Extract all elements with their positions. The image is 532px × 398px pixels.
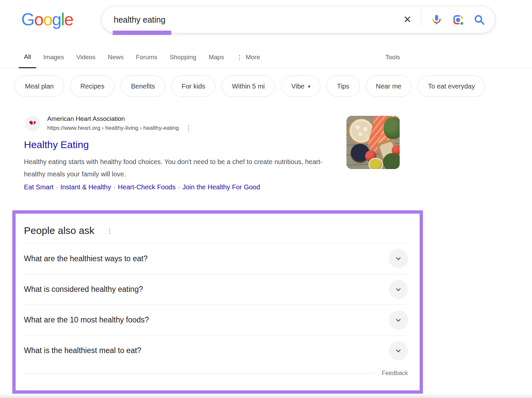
more-icon: ⋮ xyxy=(236,54,243,61)
chip-label: Benefits xyxy=(131,83,155,90)
paa-question-text: What is the healthiest meal to eat? xyxy=(24,346,141,355)
result-title-link[interactable]: Healthy Eating xyxy=(24,139,89,150)
sitelink-instant-healthy[interactable]: Instant & Healthy xyxy=(61,183,111,191)
chip-label: Near me xyxy=(376,83,402,90)
tab-label: Images xyxy=(43,54,64,61)
tab-news[interactable]: News xyxy=(108,46,124,68)
chevron-down-icon xyxy=(394,346,403,355)
chip-for-kids[interactable]: For kids xyxy=(171,76,215,97)
thumbnail-broccoli xyxy=(384,117,400,139)
tab-label: News xyxy=(108,54,124,61)
search-bar-icons: ✕ xyxy=(403,12,485,27)
sitelink-separator: · xyxy=(178,183,180,191)
tab-forums[interactable]: Forums xyxy=(136,46,157,68)
expand-question-button[interactable] xyxy=(389,310,408,330)
google-search-results-page: Google healthy eating ✕ xyxy=(0,0,532,398)
clear-icon[interactable]: ✕ xyxy=(403,15,412,25)
chip-label: To eat everyday xyxy=(428,83,475,90)
tab-label: More xyxy=(246,54,260,61)
search-result: ❤ American Heart Association https://www… xyxy=(24,115,343,191)
tab-shopping[interactable]: Shopping xyxy=(170,46,196,68)
feedback-link[interactable]: Feedback xyxy=(382,370,408,377)
expand-question-button[interactable] xyxy=(389,280,408,299)
aha-favicon-icon: ❤ xyxy=(25,116,40,131)
thumbnail-beans xyxy=(352,121,371,141)
results-tab-bar: All Images Videos News Forums Shopping M… xyxy=(0,46,532,68)
search-input[interactable]: healthy eating xyxy=(114,15,403,25)
tabs: All Images Videos News Forums Shopping M… xyxy=(24,46,260,68)
chevron-down-icon xyxy=(394,285,403,294)
thumbnail-olive-oil xyxy=(368,158,383,169)
thumbnail-avocado xyxy=(383,153,400,169)
chip-benefits[interactable]: Benefits xyxy=(121,76,165,97)
mic-icon[interactable] xyxy=(431,14,443,26)
chip-recipes[interactable]: Recipes xyxy=(70,76,115,97)
paa-question-text: What is considered healthy eating? xyxy=(24,285,143,294)
chip-label: Recipes xyxy=(80,83,104,90)
page-bottom-gradient xyxy=(0,394,532,398)
tab-label: Videos xyxy=(76,54,95,61)
result-thumbnail[interactable] xyxy=(346,116,400,169)
paa-menu-icon[interactable]: ⋮ xyxy=(106,227,113,235)
paa-question-row[interactable]: What are the healthiest ways to eat? xyxy=(24,243,408,274)
logo-letter: o xyxy=(34,10,43,29)
tab-label: Shopping xyxy=(170,54,196,61)
sitelink-heart-check-foods[interactable]: Heart-Check Foods xyxy=(118,183,176,191)
result-menu-icon[interactable]: ⋮ xyxy=(186,124,192,132)
logo-letter: o xyxy=(43,10,52,29)
people-also-ask-title: People also ask xyxy=(24,225,94,236)
chevron-down-icon xyxy=(394,254,403,263)
tab-label: Maps xyxy=(208,54,224,61)
logo-letter: g xyxy=(52,10,61,29)
annotation-query-underline xyxy=(113,31,171,35)
chip-meal-plan[interactable]: Meal plan xyxy=(15,76,64,97)
people-also-ask-section: People also ask ⋮ What are the healthies… xyxy=(12,210,423,394)
sitelink-join-healthy-for-good[interactable]: Join the Healthy For Good xyxy=(183,183,260,191)
paa-question-row[interactable]: What is the healthiest meal to eat? xyxy=(24,335,408,366)
google-logo[interactable]: Google xyxy=(21,9,73,29)
result-url[interactable]: https://www.heart.org › healthy-living ›… xyxy=(47,125,179,131)
chip-label: Meal plan xyxy=(25,83,54,90)
tab-images[interactable]: Images xyxy=(43,46,64,68)
tab-maps[interactable]: Maps xyxy=(208,46,224,68)
tab-videos[interactable]: Videos xyxy=(76,46,95,68)
logo-letter: e xyxy=(64,10,73,29)
tab-label: All xyxy=(24,53,31,61)
paa-question-text: What are the healthiest ways to eat? xyxy=(24,254,148,263)
chip-label: For kids xyxy=(182,83,205,90)
logo-letter: l xyxy=(61,10,64,29)
logo-letter: G xyxy=(21,10,34,29)
filter-chips: Meal plan Recipes Benefits For kids With… xyxy=(15,76,485,97)
result-site-name[interactable]: American Heart Association xyxy=(47,115,192,122)
chip-to-eat-everyday[interactable]: To eat everyday xyxy=(418,76,485,97)
sitelink-separator: · xyxy=(113,183,116,191)
paa-question-row[interactable]: What are the 10 most healthy foods? xyxy=(24,304,408,335)
result-description: Healthy eating starts with healthy food … xyxy=(24,156,340,180)
dropdown-arrow-icon: ▾ xyxy=(308,84,311,90)
tab-more[interactable]: ⋮ More xyxy=(236,46,260,68)
paa-question-text: What are the 10 most healthy foods? xyxy=(24,315,149,324)
chip-label: Tips xyxy=(337,83,349,90)
result-header[interactable]: ❤ American Heart Association https://www… xyxy=(24,115,343,132)
expand-question-button[interactable] xyxy=(389,249,408,268)
lens-icon[interactable] xyxy=(452,14,464,26)
search-bar-divider xyxy=(421,12,421,27)
tab-all[interactable]: All xyxy=(19,46,36,68)
search-bar[interactable]: healthy eating ✕ xyxy=(101,6,495,33)
chip-vibe[interactable]: Vibe ▾ xyxy=(281,76,321,97)
expand-question-button[interactable] xyxy=(389,341,408,360)
chevron-down-icon xyxy=(394,316,403,324)
chip-near-me[interactable]: Near me xyxy=(366,76,412,97)
divider xyxy=(24,373,374,373)
paa-question-row[interactable]: What is considered healthy eating? xyxy=(24,274,408,304)
sitelink-eat-smart[interactable]: Eat Smart xyxy=(24,183,54,191)
sitelink-separator: · xyxy=(56,183,58,191)
chip-label: Vibe xyxy=(291,83,305,90)
result-sitelinks: Eat Smart·Instant & Healthy·Heart-Check … xyxy=(24,183,343,191)
search-icon[interactable] xyxy=(473,14,485,26)
tools-button[interactable]: Tools xyxy=(385,46,400,68)
tab-label: Forums xyxy=(136,54,157,61)
chip-within-5-mi[interactable]: Within 5 mi xyxy=(221,76,275,97)
chip-tips[interactable]: Tips xyxy=(327,76,359,97)
chip-label: Within 5 mi xyxy=(232,83,265,90)
